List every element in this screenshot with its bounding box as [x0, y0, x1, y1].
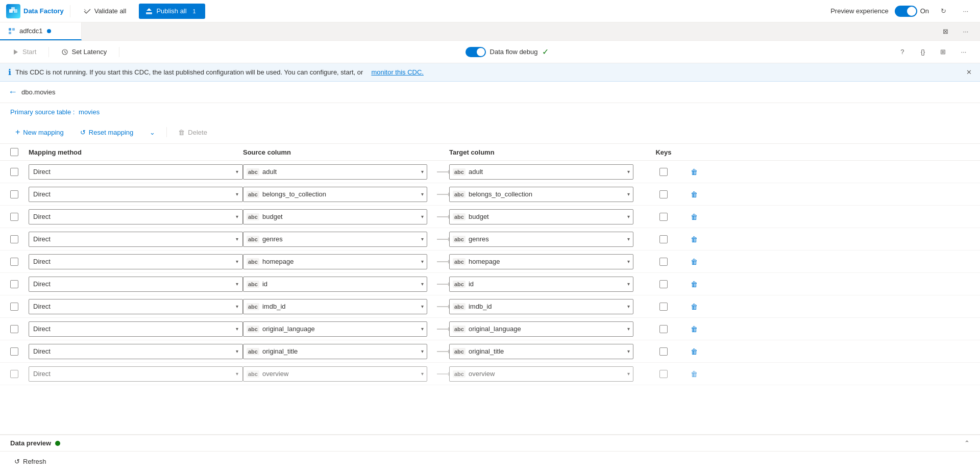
new-mapping-button[interactable]: + New mapping — [10, 125, 69, 139]
row-keys-checkbox-3[interactable] — [659, 235, 668, 243]
row-keys-checkbox-4[interactable] — [659, 258, 668, 266]
row-checkbox-7[interactable] — [10, 325, 18, 333]
row-target-select-0[interactable]: abc adult ▾ — [449, 164, 633, 180]
row-keys-checkbox-8[interactable] — [659, 347, 668, 356]
row-checkbox-8[interactable] — [10, 347, 18, 356]
row-checkbox-5[interactable] — [10, 280, 18, 288]
row-method-select-9[interactable]: Direct ▾ — [29, 366, 243, 382]
row-checkbox-4[interactable] — [10, 258, 18, 266]
tab-adfcdc1[interactable]: adfcdc1 — [0, 22, 82, 40]
row-target-select-2[interactable]: abc budget ▾ — [449, 209, 633, 224]
row-checkbox-1[interactable] — [10, 190, 18, 198]
preview-toggle[interactable] — [895, 6, 917, 17]
mapping-table-container[interactable]: Direct ▾ abc adult ▾ abc adult ▾ — [0, 161, 980, 434]
settings-button[interactable]: ··· — [958, 3, 974, 19]
row-checkbox-2[interactable] — [10, 213, 18, 221]
row-source-select-8[interactable]: abc original_title ▾ — [243, 344, 427, 359]
row-method-value-3: Direct — [33, 235, 51, 243]
row-checkbox-3[interactable] — [10, 235, 18, 243]
row-delete-button-8[interactable]: 🗑 — [691, 347, 698, 356]
data-preview-collapse-button[interactable]: ⌃ — [964, 439, 970, 447]
row-target-select-6[interactable]: abc imdb_id ▾ — [449, 299, 633, 314]
collapse-tab-button[interactable]: ⊠ — [937, 23, 953, 40]
source-type-badge-9: abc — [247, 370, 259, 378]
banner-close-button[interactable]: ✕ — [966, 68, 972, 76]
preview-toggle-container[interactable]: On — [895, 6, 929, 17]
row-method-select-6[interactable]: Direct ▾ — [29, 299, 243, 314]
row-keys-checkbox-6[interactable] — [659, 303, 668, 311]
row-method-select-8[interactable]: Direct ▾ — [29, 344, 243, 359]
row-keys-checkbox-1[interactable] — [659, 190, 668, 198]
row-source-select-0[interactable]: abc adult ▾ — [243, 164, 427, 180]
row-target-select-7[interactable]: abc original_language ▾ — [449, 321, 633, 337]
row-keys-checkbox-0[interactable] — [659, 168, 668, 176]
start-button[interactable]: Start — [8, 46, 40, 58]
delete-button[interactable]: 🗑 Delete — [173, 126, 212, 139]
row-checkbox-cell-9 — [10, 370, 29, 378]
row-delete-button-3[interactable]: 🗑 — [691, 235, 698, 243]
refresh-button[interactable]: ↻ — [935, 3, 951, 19]
row-keys-checkbox-5[interactable] — [659, 280, 668, 288]
row-target-select-9[interactable]: abc overview ▾ — [449, 366, 633, 382]
row-source-select-3[interactable]: abc genres ▾ — [243, 232, 427, 247]
row-method-select-5[interactable]: Direct ▾ — [29, 277, 243, 292]
toolbar-more-button[interactable]: ··· — [955, 44, 972, 60]
top-bar-left: Data Factory Validate all Publish all 1 — [6, 4, 205, 19]
start-label: Start — [22, 48, 36, 56]
row-delete-button-5[interactable]: 🗑 — [691, 280, 698, 288]
row-source-select-4[interactable]: abc homepage ▾ — [243, 254, 427, 269]
select-all-checkbox[interactable] — [10, 148, 18, 156]
row-checkbox-9[interactable] — [10, 370, 18, 378]
row-target-select-3[interactable]: abc genres ▾ — [449, 232, 633, 247]
row-delete-button-4[interactable]: 🗑 — [691, 258, 698, 266]
data-preview-header[interactable]: Data preview ⌃ — [0, 435, 980, 452]
publish-all-button[interactable]: Publish all 1 — [139, 4, 205, 19]
row-delete-button-2[interactable]: 🗑 — [691, 213, 698, 221]
row-source-select-9[interactable]: abc overview ▾ — [243, 366, 427, 382]
help-button[interactable]: ? — [894, 44, 911, 60]
row-delete-button-1[interactable]: 🗑 — [691, 190, 698, 198]
table-row: Direct ▾ abc overview ▾ abc overview ▾ — [0, 363, 980, 385]
row-source-select-7[interactable]: abc original_language ▾ — [243, 321, 427, 337]
row-delete-button-6[interactable]: 🗑 — [691, 303, 698, 311]
row-target-select-5[interactable]: abc id ▾ — [449, 277, 633, 292]
row-target-select-1[interactable]: abc belongs_to_collection ▾ — [449, 187, 633, 202]
table-row: Direct ▾ abc budget ▾ abc budget ▾ — [0, 206, 980, 228]
code-button[interactable]: {} — [915, 44, 931, 60]
row-source-select-6[interactable]: abc imdb_id ▾ — [243, 299, 427, 314]
row-method-select-7[interactable]: Direct ▾ — [29, 321, 243, 337]
set-latency-button[interactable]: Set Latency — [57, 46, 111, 58]
row-method-select-1[interactable]: Direct ▾ — [29, 187, 243, 202]
row-method-select-0[interactable]: Direct ▾ — [29, 164, 243, 180]
breadcrumb-title: dbo.movies — [21, 88, 55, 96]
row-method-select-4[interactable]: Direct ▾ — [29, 254, 243, 269]
data-preview-refresh-button[interactable]: ↺ Refresh — [10, 456, 51, 467]
row-source-select-1[interactable]: abc belongs_to_collection ▾ — [243, 187, 427, 202]
row-keys-checkbox-7[interactable] — [659, 325, 668, 333]
row-target-select-8[interactable]: abc original_title ▾ — [449, 344, 633, 359]
row-checkbox-6[interactable] — [10, 303, 18, 311]
share-button[interactable]: ⊞ — [935, 44, 951, 60]
chevron-button[interactable]: ⌄ — [144, 126, 160, 139]
validate-all-button[interactable]: Validate all — [77, 4, 133, 19]
target-chevron-9: ▾ — [627, 371, 630, 377]
monitor-link[interactable]: monitor this CDC. — [371, 68, 424, 76]
row-keys-checkbox-2[interactable] — [659, 213, 668, 221]
plus-icon: + — [15, 128, 20, 137]
row-delete-button-9[interactable]: 🗑 — [691, 370, 698, 378]
row-source-value-9: overview — [262, 370, 288, 378]
row-keys-checkbox-9[interactable] — [659, 370, 668, 378]
row-source-select-2[interactable]: abc budget ▾ — [243, 209, 427, 224]
row-method-select-2[interactable]: Direct ▾ — [29, 209, 243, 224]
source-chevron-5: ▾ — [421, 281, 424, 287]
row-delete-button-0[interactable]: 🗑 — [691, 168, 698, 176]
row-source-select-5[interactable]: abc id ▾ — [243, 277, 427, 292]
reset-mapping-button[interactable]: ↺ Reset mapping — [75, 126, 138, 139]
breadcrumb-back-button[interactable]: ← — [8, 87, 17, 97]
row-method-select-3[interactable]: Direct ▾ — [29, 232, 243, 247]
tab-more-button[interactable]: ··· — [958, 23, 974, 40]
row-delete-button-7[interactable]: 🗑 — [691, 325, 698, 333]
row-target-select-4[interactable]: abc homepage ▾ — [449, 254, 633, 269]
row-checkbox-0[interactable] — [10, 168, 18, 176]
debug-toggle[interactable] — [465, 47, 486, 57]
